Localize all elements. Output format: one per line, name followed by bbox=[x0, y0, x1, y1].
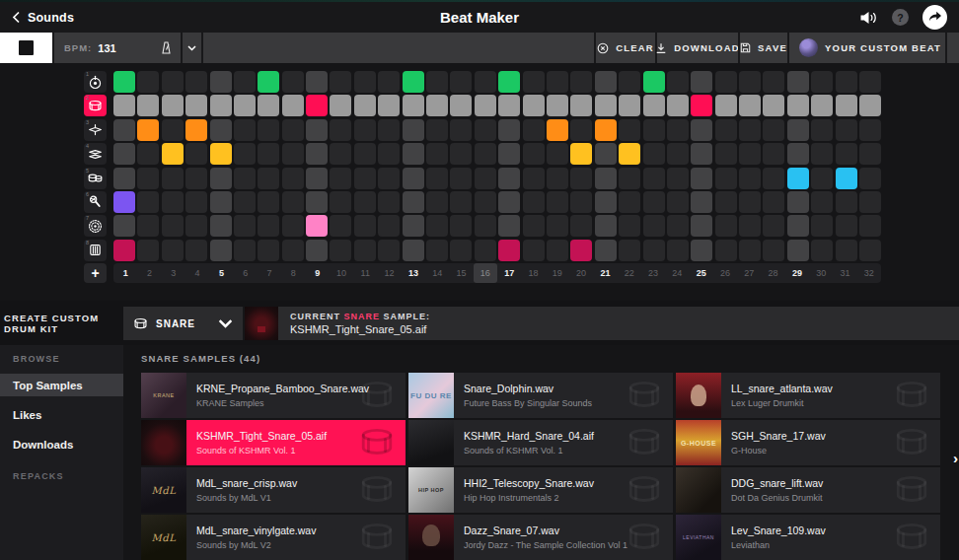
step-cell[interactable] bbox=[570, 71, 592, 93]
step-cell[interactable] bbox=[354, 215, 376, 237]
step-cell[interactable] bbox=[667, 215, 689, 237]
percussion-row-label[interactable]: 5 bbox=[84, 168, 107, 189]
step-cell[interactable] bbox=[498, 95, 520, 116]
shaker-row-label[interactable]: 6 bbox=[84, 191, 107, 213]
step-cell[interactable] bbox=[162, 215, 184, 237]
step-cell[interactable] bbox=[185, 119, 207, 141]
step-cell[interactable] bbox=[643, 95, 665, 116]
step-cell[interactable] bbox=[643, 191, 665, 213]
step-cell[interactable] bbox=[811, 71, 833, 93]
step-cell[interactable] bbox=[234, 119, 256, 141]
step-cell[interactable] bbox=[450, 71, 472, 93]
help-icon[interactable]: ? bbox=[892, 9, 909, 26]
step-cell[interactable] bbox=[547, 95, 568, 116]
step-cell[interactable] bbox=[836, 143, 857, 165]
roll-row-label[interactable]: 8 bbox=[84, 240, 107, 261]
step-cell[interactable] bbox=[185, 240, 207, 261]
step-cell[interactable] bbox=[859, 143, 881, 165]
step-cell[interactable] bbox=[378, 143, 400, 165]
step-cell[interactable] bbox=[185, 95, 207, 116]
step-cell[interactable] bbox=[475, 143, 496, 165]
step-cell[interactable] bbox=[113, 119, 135, 141]
step-cell[interactable] bbox=[330, 119, 351, 141]
step-cell[interactable] bbox=[258, 143, 279, 165]
sample-card[interactable]: HIP HOPHHI2_Telescopy_Snare.wavHip Hop I… bbox=[408, 467, 673, 513]
step-cell[interactable] bbox=[306, 240, 328, 261]
step-cell[interactable] bbox=[739, 240, 761, 261]
step-cell[interactable] bbox=[619, 71, 640, 93]
step-cell[interactable] bbox=[715, 95, 737, 116]
step-cell[interactable] bbox=[210, 191, 232, 213]
step-cell[interactable] bbox=[354, 191, 376, 213]
step-cell[interactable] bbox=[739, 215, 761, 237]
step-cell[interactable] bbox=[282, 240, 304, 261]
step-cell[interactable] bbox=[836, 215, 857, 237]
step-cell[interactable] bbox=[137, 119, 159, 141]
step-cell[interactable] bbox=[475, 119, 496, 141]
step-cell[interactable] bbox=[475, 240, 496, 261]
step-cell[interactable] bbox=[715, 71, 737, 93]
step-cell[interactable] bbox=[234, 191, 256, 213]
step-cell[interactable] bbox=[643, 240, 665, 261]
drum-type-dropdown[interactable]: SNARE bbox=[123, 307, 245, 340]
step-cell[interactable] bbox=[475, 191, 496, 213]
step-cell[interactable] bbox=[450, 240, 472, 261]
step-cell[interactable] bbox=[258, 119, 279, 141]
step-cell[interactable] bbox=[450, 191, 472, 213]
step-cell[interactable] bbox=[234, 168, 256, 189]
step-cell[interactable] bbox=[234, 71, 256, 93]
step-cell[interactable] bbox=[836, 168, 857, 189]
step-cell[interactable] bbox=[162, 168, 184, 189]
step-cell[interactable] bbox=[378, 215, 400, 237]
step-cell[interactable] bbox=[763, 119, 784, 141]
step-cell[interactable] bbox=[691, 143, 712, 165]
step-cell[interactable] bbox=[137, 143, 159, 165]
step-cell[interactable] bbox=[547, 71, 568, 93]
step-cell[interactable] bbox=[330, 143, 351, 165]
step-cell[interactable] bbox=[113, 215, 135, 237]
step-cell[interactable] bbox=[282, 191, 304, 213]
step-cell[interactable] bbox=[715, 215, 737, 237]
step-cell[interactable] bbox=[787, 168, 809, 189]
bpm-dropdown-chevron[interactable] bbox=[183, 33, 201, 63]
step-cell[interactable] bbox=[185, 71, 207, 93]
step-cell[interactable] bbox=[570, 168, 592, 189]
step-cell[interactable] bbox=[643, 71, 665, 93]
step-cell[interactable] bbox=[210, 168, 232, 189]
step-cell[interactable] bbox=[787, 215, 809, 237]
step-cell[interactable] bbox=[859, 119, 881, 141]
step-cell[interactable] bbox=[523, 215, 545, 237]
step-cell[interactable] bbox=[162, 119, 184, 141]
step-cell[interactable] bbox=[378, 191, 400, 213]
back-to-sounds-button[interactable]: Sounds bbox=[12, 11, 74, 25]
step-cell[interactable] bbox=[547, 119, 568, 141]
step-cell[interactable] bbox=[739, 191, 761, 213]
step-cell[interactable] bbox=[306, 119, 328, 141]
step-cell[interactable] bbox=[475, 215, 496, 237]
step-cell[interactable] bbox=[547, 168, 568, 189]
step-cell[interactable] bbox=[643, 168, 665, 189]
next-page-arrow[interactable]: › bbox=[953, 450, 958, 466]
step-cell[interactable] bbox=[137, 240, 159, 261]
step-cell[interactable] bbox=[403, 191, 424, 213]
step-cell[interactable] bbox=[426, 240, 448, 261]
step-cell[interactable] bbox=[234, 143, 256, 165]
step-cell[interactable] bbox=[282, 168, 304, 189]
step-cell[interactable] bbox=[523, 71, 545, 93]
step-cell[interactable] bbox=[619, 168, 640, 189]
step-cell[interactable] bbox=[113, 168, 135, 189]
step-cell[interactable] bbox=[811, 215, 833, 237]
step-cell[interactable] bbox=[306, 191, 328, 213]
step-cell[interactable] bbox=[643, 119, 665, 141]
step-cell[interactable] bbox=[137, 71, 159, 93]
step-cell[interactable] bbox=[210, 143, 232, 165]
step-cell[interactable] bbox=[162, 71, 184, 93]
step-cell[interactable] bbox=[498, 71, 520, 93]
step-cell[interactable] bbox=[619, 191, 640, 213]
step-cell[interactable] bbox=[258, 95, 279, 116]
step-cell[interactable] bbox=[113, 143, 135, 165]
open-hihat-row-label[interactable]: 4 bbox=[84, 143, 107, 165]
step-cell[interactable] bbox=[836, 95, 857, 116]
step-cell[interactable] bbox=[763, 240, 784, 261]
sidebar-item-top-samples[interactable]: Top Samples bbox=[0, 374, 123, 396]
